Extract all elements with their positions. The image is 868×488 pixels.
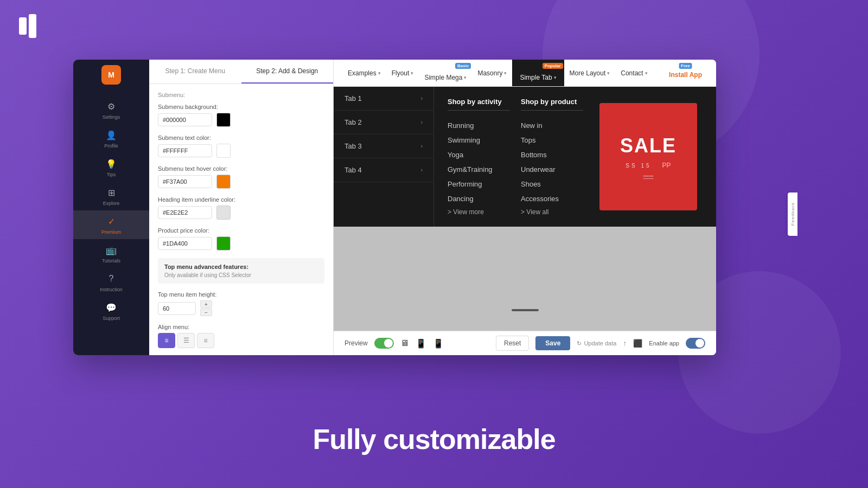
view-all-link[interactable]: > View all [521,208,583,216]
align-center-btn[interactable]: ☰ [177,333,195,348]
mega-tab-3[interactable]: Tab 3 › [334,134,433,158]
submenu-text-hover-input[interactable] [158,175,212,188]
mega-menu-tabs: Tab 1 › Tab 2 › Tab 3 › Tab 4 [334,87,434,227]
sidebar-item-tutorials[interactable]: 📺 Tutorials [73,239,149,268]
settings-panel: Step 1: Create Menu Step 2: Add & Design… [149,60,334,355]
content-area: Step 1: Create Menu Step 2: Add & Design… [149,60,716,355]
submenu-bg-input[interactable] [158,113,212,126]
submenu-bg-label: Submenu background: [158,104,324,110]
nav-item-masonry[interactable]: Masonry ▾ [472,60,512,86]
svg-rect-1 [29,14,36,38]
link-performing[interactable]: Performing [448,177,510,191]
height-increase-btn[interactable]: + [200,300,212,308]
popular-badge: Popular [542,63,563,69]
heading-underline-input[interactable] [158,206,212,219]
nav-item-simple-tab[interactable]: Popular Tab 1 Simple Tab ▾ [512,60,564,86]
examples-chevron: ▾ [378,70,381,76]
sidebar-item-support[interactable]: 💬 Support [73,297,149,325]
link-swimming[interactable]: Swimming [448,133,510,147]
product-price-swatch[interactable] [216,236,231,251]
link-tops[interactable]: Tops [521,133,583,147]
mega-tab-4[interactable]: Tab 4 › [334,158,433,182]
link-underwear[interactable]: Underwear [521,162,583,177]
sidebar-item-tips[interactable]: 💡 Tips [73,153,149,182]
flyout-chevron: ▾ [411,70,413,76]
free-badge: Free [679,63,692,69]
tutorials-icon: 📺 [105,243,118,256]
submenu-text-hover-swatch[interactable] [216,175,231,189]
instruction-icon: ? [105,272,118,285]
reset-button[interactable]: Reset [496,336,529,351]
sidebar-logo[interactable]: M [101,65,121,85]
nav-item-simple-mega[interactable]: Basic Simple Mega ▾ [419,60,472,86]
share-icon[interactable]: ↑ [623,339,627,348]
submenu-text-swatch[interactable] [216,144,231,158]
update-data-button[interactable]: ↻ Update data [577,340,616,347]
step1-tab[interactable]: Step 1: Create Menu [149,60,241,84]
masonry-chevron: ▾ [504,70,507,76]
link-yoga[interactable]: Yoga [448,147,510,162]
align-left-btn[interactable]: ≡ [158,333,175,348]
sidebar-item-explore[interactable]: ⊞ Explore [73,182,149,210]
nav-item-contact[interactable]: Contact ▾ [615,60,653,86]
product-price-label: Product price color: [158,227,324,234]
tablet-icon[interactable]: 📱 [416,338,426,349]
sidebar-label-profile: Profile [104,143,118,149]
enable-app-toggle[interactable] [686,338,705,349]
sidebar-item-premium[interactable]: ✓ Premium [73,210,149,239]
link-dancing[interactable]: Dancing [448,191,510,206]
desktop-icon[interactable]: 🖥 [400,338,409,348]
align-right-btn[interactable]: ≡ [197,333,214,348]
link-shoes[interactable]: Shoes [521,177,583,191]
feedback-tab[interactable]: Feedback [788,192,797,236]
mega-menu-content: Shop by activity Running Swimming Yoga G… [434,87,716,227]
nav-item-more-layout[interactable]: More Layout ▾ [564,60,616,86]
sidebar-item-profile[interactable]: 👤 Profile [73,124,149,153]
update-data-label: Update data [584,340,616,346]
link-bottoms[interactable]: Bottoms [521,147,583,162]
tab2-chevron: › [421,119,423,125]
link-new-in[interactable]: New in [521,118,583,133]
advanced-title: Top menu advanced features: [164,264,318,270]
simple-tab-chevron: ▾ [554,75,557,80]
sidebar-label-premium: Premium [101,229,121,235]
save-button[interactable]: Save [535,336,570,350]
view-more-link[interactable]: > View more [448,208,510,216]
sale-link[interactable]: •••••• [643,174,654,179]
tab4-chevron: › [421,167,423,173]
heading-underline-swatch[interactable] [216,206,231,220]
link-gym[interactable]: Gym&Training [448,162,510,177]
steps-header: Step 1: Create Menu Step 2: Add & Design [149,60,333,84]
link-accessories[interactable]: Accessories [521,191,583,206]
profile-icon: 👤 [105,129,118,142]
install-app-label: Install App [669,71,702,79]
submenu-text-label: Submenu text color: [158,134,324,141]
mobile-icon[interactable]: 📱 [433,338,444,349]
submenu-text-hover-label: Submenu text hover color: [158,165,324,172]
height-input[interactable] [158,302,196,315]
divider-line [512,309,539,311]
step2-tab[interactable]: Step 2: Add & Design [241,60,334,84]
sidebar-item-instruction[interactable]: ? Instruction [73,268,149,297]
nav-item-flyout[interactable]: Flyout ▾ [386,60,419,86]
height-decrease-btn[interactable]: − [200,309,212,316]
mega-tab-2[interactable]: Tab 2 › [334,111,433,134]
sidebar-item-settings[interactable]: ⚙ Settings [73,95,149,124]
shop-by-activity-title: Shop by activity [448,98,510,111]
sale-banner[interactable]: SALE SS 15 PP •••••• [599,103,697,210]
mega-tab-1[interactable]: Tab 1 › [334,87,433,111]
link-running[interactable]: Running [448,118,510,133]
nav-item-examples[interactable]: Examples ▾ [342,60,386,86]
submenu-bg-swatch[interactable] [216,113,231,127]
preview-toggle[interactable] [374,338,394,349]
nav-item-install-app[interactable]: Free Install App [663,60,707,86]
tips-icon: 💡 [105,157,118,170]
submenu-section-label: Submenu: [158,92,324,98]
product-price-input[interactable] [158,237,212,250]
heading-underline-label: Heading item underline color: [158,196,324,203]
preview-gray-area [334,227,716,331]
more-layout-chevron: ▾ [607,70,610,76]
sidebar-label-support: Support [103,316,120,321]
submenu-text-input[interactable] [158,144,212,157]
export-icon[interactable]: ⬛ [633,339,642,348]
